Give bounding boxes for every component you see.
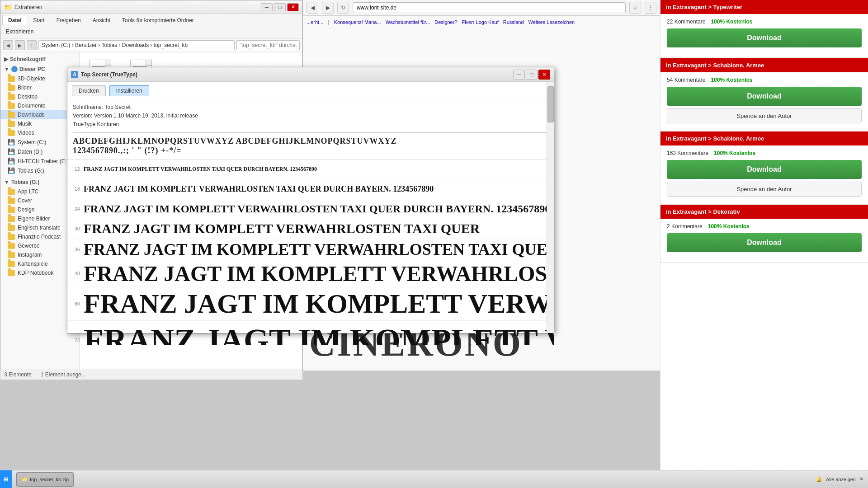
windows-logo: ⊞ (4, 476, 8, 483)
size-label-18: 18 (67, 186, 84, 192)
download-button-1[interactable]: Download (667, 28, 862, 47)
font-name-line: Schriftname: Top Secret (73, 103, 548, 112)
download-button-3[interactable]: Download (667, 160, 862, 179)
maximize-button[interactable]: □ (274, 3, 286, 11)
start-button[interactable]: ⊞ (0, 470, 12, 488)
address-path[interactable]: System (C:) › Benutzer › Tobias › Downlo… (38, 40, 235, 50)
bookmark-more[interactable]: Weitere Lesezeichen (528, 19, 575, 25)
font-version-line: Version: Version 1.10 March 19, 2013, in… (73, 112, 548, 120)
preview-row-60: 60 FRANZ JAGT IM KOMPLETT VERW (67, 287, 554, 321)
folder-icon (8, 121, 15, 127)
size-label-48: 48 (67, 271, 84, 276)
folder-icon (8, 243, 15, 249)
bookmark-1[interactable]: ...erht... (307, 19, 323, 25)
install-button[interactable]: Installieren (109, 85, 149, 96)
drive-icon: 💾 (8, 139, 15, 145)
drive-icon: 💾 (8, 167, 15, 174)
font-scrollbar[interactable] (547, 82, 554, 333)
section-category-4: in Extravagant > Dekorativ (660, 205, 868, 219)
taskbar-close[interactable]: ✕ (859, 476, 863, 482)
section-category-1: in Extravagant > Typewriter (660, 0, 868, 14)
browser-toolbar: ◀ ▶ ↻ ☆ ⋮ (303, 0, 660, 16)
size-label-60: 60 (67, 301, 84, 306)
folder-icon (8, 270, 15, 276)
bookmark-russland[interactable]: Russland (503, 19, 524, 25)
explorer-title: Extrahieren (14, 4, 42, 10)
bookmark-wachstum[interactable]: Wachstumstitel für... (386, 19, 430, 25)
spende-button-2[interactable]: Spende an den Autor (667, 108, 862, 123)
font-minimize-btn[interactable]: ─ (513, 70, 525, 80)
close-button[interactable]: ✕ (287, 3, 299, 11)
download-section-2: in Extravagant > Schablone, Armee 54 Kom… (660, 58, 868, 131)
scrollbar-thumb[interactable] (547, 86, 554, 122)
section-meta-1: 22 Kommentare 100% Kostenlos (667, 19, 862, 25)
address-bar: ◀ ▶ ↑ System (C:) › Benutzer › Tobias › … (0, 38, 302, 52)
window-controls: ─ □ ✕ (261, 3, 299, 11)
nav-forward[interactable]: ▶ (15, 40, 25, 50)
minimize-button[interactable]: ─ (261, 3, 273, 11)
star-btn[interactable]: ☆ (629, 2, 641, 14)
preview-row-24: 24 FRANZ JAGT IM KOMPLETT VERWAHRLOSTEN … (67, 199, 554, 219)
selected-count: 1 Element ausge... (41, 371, 86, 378)
taskbar-item-label: top_secret_kb.zip (30, 477, 69, 482)
font-alphabet: ABCDEFGHIJKLMNOPQRSTUVWXYZ ABCDEFGHIJKLM… (67, 133, 554, 160)
ribbon-extrahieren-btn[interactable]: Extrahieren (4, 28, 35, 36)
font-toolbar: Drucken Installieren (67, 82, 554, 100)
ribbon-tabs: Datei Start Freigeben Ansicht Tools für … (0, 14, 302, 25)
computer-icon (11, 66, 18, 72)
font-type-line: TrueType Konturen (73, 120, 548, 129)
tab-ansicht[interactable]: Ansicht (87, 15, 116, 25)
sample-12: FRANZ JAGT IM KOMPLETT VERWAHRLOSTEN TAX… (84, 165, 554, 174)
folder-icon (8, 189, 15, 195)
taskbar-item-explorer[interactable]: 📁 top_secret_kb.zip (16, 472, 74, 487)
nav-back[interactable]: ◀ (3, 40, 13, 50)
sample-60: FRANZ JAGT IM KOMPLETT VERW (84, 287, 554, 320)
preview-row-18: 18 FRANZ JAGT IM KOMPLETT VERWAHRLOSTEN … (67, 179, 554, 199)
preview-row-12: 12 FRANZ JAGT IM KOMPLETT VERWAHRLOSTEN … (67, 160, 554, 179)
comments-3: 163 Kommentare (667, 150, 708, 156)
right-download-panel: in Extravagant > Typewriter 22 Kommentar… (660, 0, 868, 488)
preview-row-36: 36 FRANZ JAGT IM KOMPLETT VERWAHRLOSTEN … (67, 239, 554, 260)
print-button[interactable]: Drucken (72, 85, 106, 96)
font-close-btn[interactable]: ✕ (538, 70, 550, 80)
tab-start[interactable]: Start (27, 15, 50, 25)
font-icon: A (71, 71, 78, 78)
search-input[interactable] (236, 40, 300, 50)
size-label-36: 36 (67, 247, 84, 252)
explorer-statusbar: 3 Elemente 1 Element ausge... (0, 369, 302, 380)
folder-icon-taskbar: 📁 (21, 476, 28, 482)
tab-datei[interactable]: Datei (2, 15, 27, 25)
sample-36: FRANZ JAGT IM KOMPLETT VERWAHRLOSTEN TAX… (84, 239, 554, 260)
browser-address-input[interactable] (353, 2, 626, 13)
nav-up[interactable]: ↑ (27, 40, 37, 50)
tab-komprimiert[interactable]: Tools für komprimierte Ordner (116, 15, 200, 25)
refresh-btn[interactable]: ↻ (337, 2, 349, 14)
bookmark-designer[interactable]: Designer? (434, 19, 457, 25)
sample-18: FRANZ JAGT IM KOMPLETT VERWAHRLOSTEN TAX… (84, 183, 554, 195)
spende-button-3[interactable]: Spende an den Autor (667, 182, 862, 197)
folder-icon (8, 94, 15, 100)
folder-icon (8, 216, 15, 222)
size-label-72: 72 (67, 338, 84, 343)
font-preview-area[interactable]: 12 FRANZ JAGT IM KOMPLETT VERWAHRLOSTEN … (67, 160, 554, 345)
drive-icon: 💾 (8, 158, 15, 164)
tab-freigeben[interactable]: Freigeben (51, 15, 87, 25)
bookmark-fiverr[interactable]: Fiverr Logo Kauf (462, 19, 498, 25)
folder-icon (8, 234, 15, 240)
sample-30: FRANZ JAGT IM KOMPLETT VERWAHRLOSTEN TAX… (84, 220, 554, 237)
download-button-2[interactable]: Download (667, 87, 862, 106)
comments-1: 22 Kommentare (667, 19, 705, 25)
section-category-3: in Extravagant > Schablone, Armee (660, 131, 868, 145)
font-maximize-btn[interactable]: □ (526, 70, 538, 80)
forward-btn[interactable]: ▶ (322, 2, 334, 14)
bookmark-konsequenz[interactable]: Konsequenz! Mana... (334, 19, 381, 25)
free-label-4: 100% Kostenlos (708, 223, 750, 230)
sidebar-schnellzugriff[interactable]: ▶Schnellzugriff (0, 54, 79, 64)
back-btn[interactable]: ◀ (307, 2, 318, 14)
download-button-4[interactable]: Download (667, 233, 862, 252)
explorer-titlebar: 📁 Extrahieren ─ □ ✕ (0, 0, 302, 14)
preview-row-30: 30 FRANZ JAGT IM KOMPLETT VERWAHRLOSTEN … (67, 219, 554, 239)
folder-icon (8, 225, 15, 231)
taskbar-notification[interactable]: 🔔 (816, 476, 822, 482)
menu-btn[interactable]: ⋮ (645, 2, 656, 14)
